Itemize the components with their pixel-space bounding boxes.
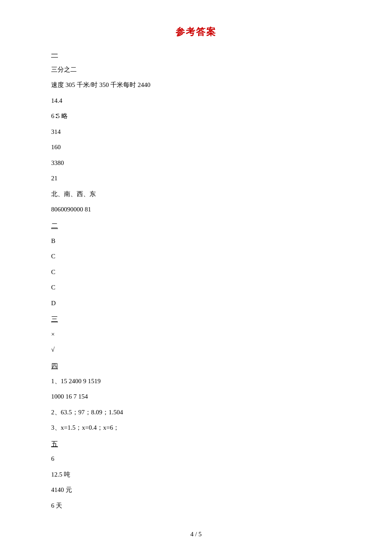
page-title: 参考答案: [51, 26, 341, 38]
answer-er-3: C: [51, 266, 341, 278]
page-container: 参考答案 一 三分之二 速度 305 千米/时 350 千米每时 2440 14…: [0, 0, 392, 555]
section-yi-header: 一: [51, 49, 341, 61]
section-yi: 一 三分之二 速度 305 千米/时 350 千米每时 2440 14.4 6∶…: [51, 49, 341, 216]
answer-yi-3: 14.4: [51, 95, 341, 107]
answer-wu-3: 4140 元: [51, 484, 341, 496]
answer-si-3: 2、63.5；97；8.09；1.504: [51, 406, 341, 419]
section-wu-header: 五: [51, 438, 341, 451]
section-san-header: 三: [51, 313, 341, 326]
answer-yi-4: 6∶5 略: [51, 110, 341, 122]
section-si: 四 1、15 2400 9 1519 1000 16 7 154 2、63.5；…: [51, 360, 341, 434]
answer-yi-6: 160: [51, 141, 341, 153]
answer-wu-1: 6: [51, 453, 341, 465]
answer-er-5: D: [51, 297, 341, 309]
page-footer: 4 / 5: [0, 531, 392, 538]
answer-yi-2: 速度 305 千米/时 350 千米每时 2440: [51, 79, 341, 91]
section-er: 二 B C C C D: [51, 220, 341, 309]
answer-san-1: ×: [51, 328, 341, 341]
answer-yi-7: 3380: [51, 157, 341, 169]
answer-yi-9: 北、南、西、东: [51, 188, 341, 200]
section-wu: 五 6 12.5 吨 4140 元 6 天: [51, 438, 341, 512]
section-si-header: 四: [51, 360, 341, 373]
answer-er-2: C: [51, 250, 341, 263]
answer-wu-4: 6 天: [51, 500, 341, 512]
answer-wu-2: 12.5 吨: [51, 468, 341, 481]
answer-yi-10: 8060090000 81: [51, 203, 341, 216]
answer-si-4: 3、x=1.5；x=0.4；x=6；: [51, 422, 341, 434]
answer-er-4: C: [51, 281, 341, 294]
answer-si-2: 1000 16 7 154: [51, 390, 341, 403]
answer-san-2: √: [51, 344, 341, 356]
answer-yi-5: 314: [51, 126, 341, 138]
section-er-header: 二: [51, 220, 341, 232]
answer-yi-8: 21: [51, 172, 341, 185]
answer-yi-1: 三分之二: [51, 64, 341, 76]
answer-si-1: 1、15 2400 9 1519: [51, 375, 341, 387]
answer-er-1: B: [51, 235, 341, 247]
section-san: 三 × √: [51, 313, 341, 356]
